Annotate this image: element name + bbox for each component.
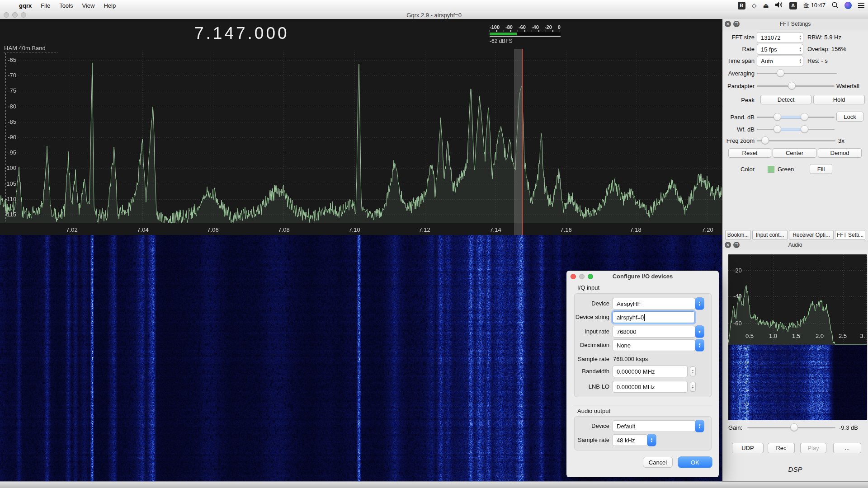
slider-handle[interactable] bbox=[801, 113, 808, 121]
time-span-select[interactable]: Auto▴▾ bbox=[757, 56, 803, 66]
keyboard-app-icon[interactable]: B bbox=[738, 2, 745, 9]
configure-io-dialog: Configure I/O devices I/Q input Device A… bbox=[566, 271, 719, 477]
slider-handle[interactable] bbox=[774, 125, 781, 133]
more-button[interactable]: ... bbox=[833, 443, 861, 453]
play-button[interactable]: Play bbox=[800, 443, 826, 453]
rec-button[interactable]: Rec bbox=[768, 443, 795, 453]
slider-handle[interactable] bbox=[788, 82, 796, 89]
text-cursor bbox=[644, 314, 645, 321]
siri-icon[interactable] bbox=[844, 2, 852, 9]
stepper-icon[interactable]: ▴▾ bbox=[695, 420, 704, 432]
menu-view[interactable]: View bbox=[81, 0, 95, 11]
dialog-divider bbox=[573, 405, 712, 405]
audio-spectrum-canvas[interactable] bbox=[728, 254, 867, 345]
menu-help[interactable]: Help bbox=[103, 0, 117, 11]
notification-center-icon[interactable] bbox=[858, 3, 864, 8]
udp-button[interactable]: UDP bbox=[732, 443, 764, 453]
peak-hold-button[interactable]: Hold bbox=[813, 95, 865, 104]
fill-button[interactable]: Fill bbox=[810, 164, 832, 174]
tab-input-controls[interactable]: Input cont... bbox=[752, 230, 788, 239]
meter-tick: -20 bbox=[545, 24, 552, 30]
menu-clock[interactable]: 金 10:47 bbox=[803, 1, 826, 9]
vpn-diamond-icon[interactable]: ◇ bbox=[752, 2, 757, 9]
meter-tick: -40 bbox=[532, 24, 539, 30]
cancel-button[interactable]: Cancel bbox=[643, 457, 673, 468]
output-device-label: Device bbox=[566, 422, 609, 429]
pan-ytick: -65 bbox=[1, 56, 16, 63]
input-rate-combo[interactable]: 768000 bbox=[613, 326, 695, 338]
pan-ytick: -95 bbox=[1, 149, 16, 156]
tab-fft-settings[interactable]: FFT Setti... bbox=[835, 230, 865, 239]
lnb-lo-label: LNB LO bbox=[566, 383, 609, 390]
decimation-label: Decimation bbox=[566, 342, 609, 348]
waterfall-label: Waterfall bbox=[836, 83, 859, 89]
meter-value: -62 dBFS bbox=[490, 38, 561, 44]
eject-icon[interactable]: ⏏ bbox=[763, 2, 769, 9]
menu-app[interactable]: gqrx bbox=[18, 0, 33, 11]
pan-spectrum-canvas[interactable] bbox=[0, 19, 722, 235]
tab-receiver-options[interactable]: Receiver Opti... bbox=[789, 230, 834, 239]
output-rate-select[interactable]: 48 kHz bbox=[613, 434, 647, 446]
volume-icon[interactable] bbox=[775, 2, 783, 9]
rate-select[interactable]: 15 fps▴▾ bbox=[757, 44, 803, 55]
pan-xtick: 7.20 bbox=[699, 226, 716, 233]
fft-size-select[interactable]: 131072▴▾ bbox=[757, 32, 803, 43]
audio-xtick: 2.0 bbox=[814, 333, 825, 339]
meter-bar-fill bbox=[490, 33, 517, 35]
pan-xtick: 7.18 bbox=[627, 226, 644, 233]
averaging-slider[interactable] bbox=[757, 73, 837, 74]
input-rate-label: Input rate bbox=[566, 328, 609, 335]
reset-button[interactable]: Reset bbox=[728, 148, 771, 158]
audio-waterfall-canvas[interactable] bbox=[728, 345, 867, 420]
window-title: Gqrx 2.9 - airspyhf=0 bbox=[0, 12, 868, 19]
fft-dock-header: ✕ ❐ FFT Settings bbox=[722, 19, 868, 29]
stepper-icon[interactable]: ▴▾ bbox=[690, 366, 696, 376]
stepper-icon[interactable]: ▴▾ bbox=[695, 298, 704, 310]
menu-file[interactable]: File bbox=[40, 0, 51, 11]
stepper-icon[interactable]: ▴▾ bbox=[695, 339, 704, 351]
pan-ytick: -85 bbox=[1, 118, 16, 125]
tab-bookmarks[interactable]: Bookm... bbox=[725, 230, 751, 239]
slider-handle[interactable] bbox=[777, 69, 784, 77]
pand-db-range-slider[interactable] bbox=[757, 117, 835, 118]
decimation-select[interactable]: None bbox=[613, 339, 695, 351]
bandwidth-input[interactable]: 0.000000 MHz bbox=[613, 366, 688, 377]
dropdown-arrow-icon[interactable]: ▾ bbox=[695, 326, 704, 338]
peak-label: Peak bbox=[722, 97, 755, 103]
output-device-select[interactable]: Default bbox=[613, 420, 695, 432]
wf-db-label: Wf. dB bbox=[722, 126, 755, 133]
pan-ytick: -75 bbox=[1, 87, 16, 94]
frequency-display[interactable]: 7.147.000 bbox=[194, 24, 289, 43]
freq-zoom-label: Freq zoom bbox=[722, 137, 755, 144]
audio-dock-title: Audio bbox=[722, 242, 868, 248]
stepper-icon[interactable]: ▴▾ bbox=[647, 434, 656, 446]
spotlight-search-icon[interactable] bbox=[832, 2, 838, 9]
device-select[interactable]: AirspyHF bbox=[613, 298, 695, 310]
freq-zoom-slider[interactable] bbox=[757, 140, 835, 141]
device-string-input[interactable]: airspyhf=0 bbox=[613, 311, 695, 323]
lock-button[interactable]: Lock bbox=[836, 112, 863, 122]
lnb-lo-input[interactable]: 0.000000 MHz bbox=[613, 381, 688, 393]
slider-handle[interactable] bbox=[761, 136, 769, 144]
center-button[interactable]: Center bbox=[773, 148, 816, 158]
meter-tick: -80 bbox=[505, 24, 513, 30]
apple-menu-icon[interactable] bbox=[8, 0, 10, 11]
pan-ytick: -80 bbox=[1, 103, 16, 110]
demod-button[interactable]: Demod bbox=[818, 148, 862, 158]
gain-slider[interactable] bbox=[747, 427, 835, 428]
slider-handle[interactable] bbox=[801, 125, 808, 133]
menu-tools[interactable]: Tools bbox=[58, 0, 74, 11]
meter-bar bbox=[490, 32, 561, 37]
slider-handle[interactable] bbox=[790, 423, 798, 431]
peak-detect-button[interactable]: Detect bbox=[760, 95, 811, 104]
slider-handle[interactable] bbox=[774, 113, 781, 121]
ok-button[interactable]: OK bbox=[678, 457, 712, 468]
wf-db-range-slider[interactable] bbox=[757, 129, 835, 130]
input-source-icon[interactable]: A bbox=[789, 2, 797, 9]
sample-rate-label: Sample rate bbox=[566, 356, 609, 362]
color-swatch[interactable] bbox=[768, 166, 774, 173]
pandapter-split-slider[interactable] bbox=[757, 85, 835, 87]
stepper-icon[interactable]: ▴▾ bbox=[690, 382, 696, 392]
fft-dock-title: FFT Settings bbox=[722, 21, 868, 27]
rate-label: Rate bbox=[722, 46, 755, 52]
